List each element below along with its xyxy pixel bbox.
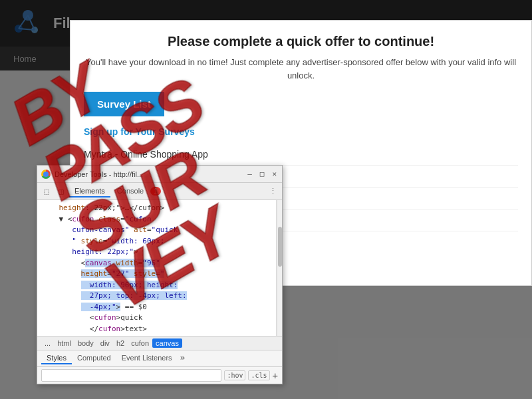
devtools-filter-bar: :hov .cls + (37, 367, 282, 384)
tab-console[interactable]: Console (112, 186, 149, 198)
survey-item-0[interactable]: Myntra - Online Shopping App (84, 144, 518, 166)
devtools-code-panel[interactable]: height: 22px;">…</cufon> ▼ <cufon class=… (37, 200, 277, 336)
code-line-1: ▼ <cufon class="cufon (41, 214, 272, 225)
scroll-thumb (278, 227, 282, 267)
code-line-3: " style="width: 60px; (41, 236, 272, 247)
breadcrumb-canvas[interactable]: canvas (152, 338, 182, 348)
breadcrumb-html[interactable]: html (54, 338, 74, 348)
modal-subtitle: You'll have your download in no time! Ju… (70, 56, 531, 92)
chrome-icon (41, 170, 51, 179)
devtools-menu-icon[interactable]: ⋮ (267, 187, 279, 196)
breadcrumb-dots[interactable]: ... (41, 338, 54, 348)
tab-elements[interactable]: Elements (69, 186, 110, 198)
devtools-breadcrumb: ... html body div h2 cufon canvas (37, 336, 282, 350)
style-tab-styles[interactable]: Styles (41, 352, 72, 364)
style-tab-event-listeners[interactable]: Event Listeners (116, 352, 178, 364)
code-line-11: </cufon>text> (41, 324, 272, 335)
filter-hov-button[interactable]: :hov (224, 370, 245, 380)
breadcrumb-div[interactable]: div (97, 338, 113, 348)
survey-section-title: Sign up for Your Surveys (84, 126, 518, 137)
devtools-controls: — □ ✕ (246, 170, 278, 178)
breadcrumb-cufon[interactable]: cufon (128, 338, 152, 348)
devtools-restore-button[interactable]: □ (259, 170, 266, 178)
code-line-5: <canvas width="96" (41, 258, 272, 269)
style-tabs-more-icon[interactable]: » (180, 352, 186, 364)
code-line-8: 27px; top: -4px; left: (41, 291, 272, 302)
devtools-style-tabs: Styles Computed Event Listeners » (37, 350, 282, 367)
code-line-4: height: 22px;"> (41, 247, 272, 258)
devtools-panel: Developer Tools - http://fil... — □ ✕ ⬚ … (37, 165, 283, 384)
devtools-minimize-button[interactable]: — (246, 170, 253, 178)
filter-cls-button[interactable]: .cls (248, 370, 269, 380)
code-line-7: width: 96px; height: (41, 280, 272, 291)
devtools-cursor-icon[interactable]: ⬚ (40, 185, 53, 198)
code-line-0: height: 22px;">…</cufon> (41, 203, 272, 214)
code-line-9: -4px;"> == $0 (41, 302, 272, 313)
devtools-content: height: 22px;">…</cufon> ▼ <cufon class=… (37, 200, 282, 336)
filter-add-button[interactable]: + (273, 370, 278, 381)
code-line-6: height="27" style=" (41, 269, 272, 280)
filter-input[interactable] (41, 369, 221, 382)
devtools-scrollbar[interactable] (277, 200, 282, 336)
breadcrumb-body[interactable]: body (74, 338, 97, 348)
modal-title: Please complete a quick offer to continu… (70, 21, 531, 56)
devtools-bottom-panel: ... html body div h2 cufon canvas Styles… (37, 336, 282, 384)
devtools-tabs: ⬚ ◫ Elements Console 1 ⋮ (37, 183, 282, 200)
code-line-10: <cufon>quick (41, 313, 272, 324)
survey-list-button[interactable]: Survey List (84, 92, 164, 116)
breadcrumb-h2[interactable]: h2 (113, 338, 128, 348)
devtools-titlebar: Developer Tools - http://fil... — □ ✕ (37, 166, 282, 183)
devtools-title: Developer Tools - http://fil... (55, 170, 242, 178)
error-badge: 1 (150, 187, 161, 196)
code-line-2: cufon-canvas" alt="quick (41, 225, 272, 236)
style-tab-computed[interactable]: Computed (72, 352, 116, 364)
devtools-inspect-icon[interactable]: ◫ (55, 185, 68, 198)
devtools-close-button[interactable]: ✕ (271, 170, 278, 178)
